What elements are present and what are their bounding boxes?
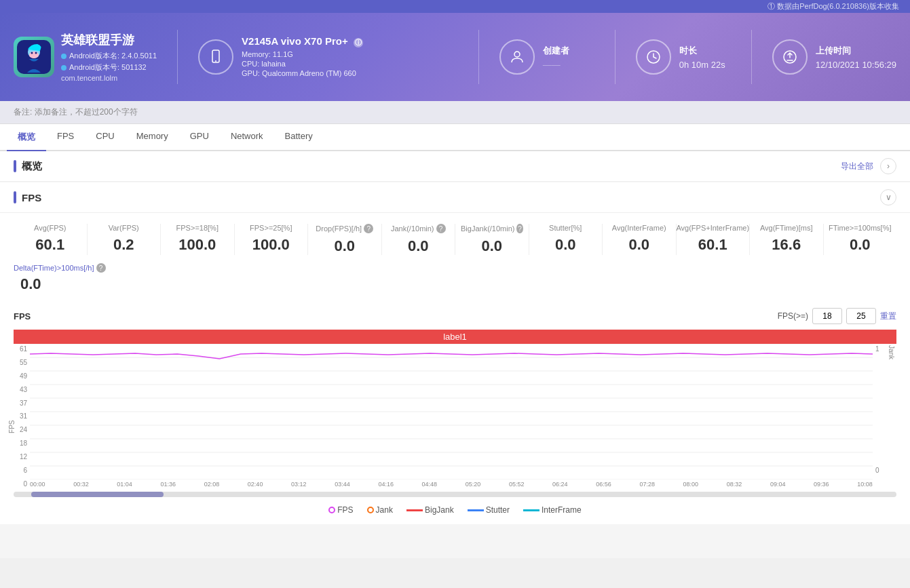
scrollbar-thumb[interactable] [31,492,164,497]
section-bar [14,160,16,172]
svg-point-4 [35,52,37,54]
stat-value-avg-fps: 60.1 [19,236,81,254]
app-package: com.tencent.lolm [61,74,157,82]
stat-label-fps18: FPS>=18[%] [166,224,229,232]
stat-label-fps25: FPS>=25[%] [240,224,303,232]
chart-container: FPS FPS(>=) 重置 label1 615549433731241812… [0,301,910,524]
tab-overview[interactable]: 概览 [7,124,46,151]
device-name: V2145A vivo X70 Pro+ ⓘ [242,35,363,47]
legend-interframe-label: InterFrame [542,505,582,515]
legend-fps: FPS [328,505,353,515]
fps-val2-input[interactable] [846,308,876,324]
fps-title-text: FPS [22,192,41,203]
tab-memory[interactable]: Memory [126,124,179,151]
stat-label-drop-fps: Drop(FPS)[/h] ? [314,224,376,233]
overview-title: 概览 [14,160,42,173]
reset-button[interactable]: 重置 [880,311,896,322]
stat-ftime: Avg(FTime)[ms] 16.6 [750,224,824,255]
stat-ftime100: FTime>=100ms[%] 0.0 [824,224,897,255]
chart-legend: FPS Jank BigJank [14,500,896,517]
stat-value-stutter: 0.0 [535,236,597,254]
y-axis-labels: 61554943373124181260 [14,344,30,489]
stat-label-interframe: Avg(InterFrame) [608,224,670,232]
chart-scrollbar[interactable] [14,492,896,497]
duration-icon [636,39,671,75]
stat-var-fps: Var(FPS) 0.2 [88,224,162,255]
app-build: Android版本号: 501132 [61,62,157,73]
device-memory: Memory: 11.1G [242,50,363,58]
tab-network[interactable]: Network [220,124,274,151]
stat-bigjank: BigJank(/10min) ? 0.0 [455,224,529,255]
overview-header: 概览 导出全部 › [0,151,910,182]
fps-section-bar [14,191,16,203]
device-icon [198,39,233,75]
stat-fps25: FPS>=25[%] 100.0 [235,224,309,255]
stat-value-var-fps: 0.2 [93,236,155,254]
tab-gpu[interactable]: GPU [179,124,220,151]
svg-point-6 [215,60,216,62]
export-button[interactable]: 导出全部 [841,161,873,172]
stat-label-bigjank: BigJank(/10min) ? [461,224,523,233]
legend-stutter-label: Stutter [486,505,510,515]
main-chart-svg [30,344,873,479]
creator-section: 创建者 —— [499,39,594,75]
stat-label-jank: Jank(/10min) ? [387,224,450,233]
legend-jank: Jank [367,505,393,515]
delta-value: 0.0 [14,275,896,293]
jank-help[interactable]: ? [436,224,446,233]
top-info: ① 数据由PerfDog(6.0.210836)版本收集 [767,1,899,12]
collapse-button[interactable]: › [880,158,896,174]
fps-val1-input[interactable] [812,308,842,324]
device-info: V2145A vivo X70 Pro+ ⓘ Memory: 11.1G CPU… [242,35,363,79]
delta-help[interactable]: ? [96,263,106,273]
stat-label-avg-fps: Avg(FPS) [19,224,81,232]
notes-bar[interactable]: 备注: 添加备注，不超过200个字符 [0,101,910,124]
stat-label-ftime: Avg(FTime)[ms] [755,224,818,232]
stat-value-fps-interframe: 60.1 [682,236,744,254]
creator-icon [499,39,535,75]
stat-fps18: FPS>=18[%] 100.0 [161,224,235,255]
stat-stutter: Stutter[%] 0.0 [529,224,603,255]
chart-label-bar: label1 [14,330,896,344]
stat-value-bigjank: 0.0 [461,237,523,255]
tab-cpu[interactable]: CPU [85,124,125,151]
stat-jank: Jank(/10min) ? 0.0 [382,224,456,255]
fps-section-title: FPS [14,191,41,203]
bigjank-help[interactable]: ? [516,224,523,233]
main-content: 概览 导出全部 › FPS ∨ Avg(FPS) 60.1 Var(FPS) 0… [0,151,910,558]
duration-label: 时长 [679,45,725,57]
x-axis-labels: 00:0000:3201:0401:3602:0802:4003:1203:44… [30,479,873,489]
tab-battery[interactable]: Battery [274,124,324,151]
stat-value-ftime100: 0.0 [829,236,892,254]
creator-label: 创建者 [543,45,569,57]
legend-interframe: InterFrame [523,505,582,515]
stat-label-stutter: Stutter[%] [535,224,597,232]
section-title-text: 概览 [22,160,42,173]
app-name: 英雄联盟手游 [61,32,157,48]
app-details: 英雄联盟手游 Android版本名: 2.4.0.5011 Android版本号… [61,32,157,82]
app-info: 英雄联盟手游 Android版本名: 2.4.0.5011 Android版本号… [14,32,157,82]
app-icon [14,37,54,77]
fps-header: FPS ∨ [0,182,910,213]
divider-4 [751,30,752,84]
legend-jank-icon [367,507,374,513]
legend-fps-label: FPS [337,505,353,515]
fps-collapse-button[interactable]: ∨ [880,189,896,205]
chart-label-text: label1 [443,332,467,342]
device-info-icon[interactable]: ⓘ [354,38,363,47]
stat-label-ftime100: FTime>=100ms[%] [829,224,892,232]
chart-area: 61554943373124181260 FPS [14,344,896,489]
divider-3 [615,30,615,84]
svg-point-3 [31,52,33,54]
legend-fps-icon [328,507,335,513]
divider-2 [478,30,479,84]
fps-section: FPS ∨ Avg(FPS) 60.1 Var(FPS) 0.2 FPS>=18… [0,182,910,524]
divider-1 [177,30,178,84]
legend-interframe-icon [523,509,539,511]
fps-y-label: FPS [8,420,16,433]
duration-section: 时长 0h 10m 22s [636,39,731,75]
legend-stutter-icon [468,509,484,511]
drop-fps-help[interactable]: ? [364,224,373,233]
tab-fps[interactable]: FPS [46,124,85,151]
chart-svg-wrap: FPS [30,344,873,489]
